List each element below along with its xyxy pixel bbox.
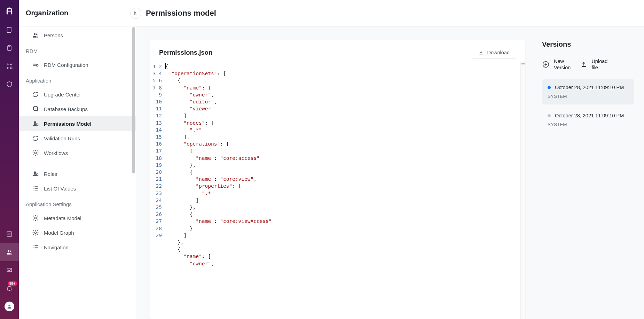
nav-lov[interactable]: List Of Values (19, 181, 136, 196)
icon-rail: 99+ (0, 0, 19, 319)
nav-validation-runs[interactable]: Validation Runs (19, 131, 136, 146)
collapse-sidebar-button[interactable] (130, 8, 141, 19)
nav-roles[interactable]: Roles (19, 166, 136, 181)
page-header: Permissions model (136, 0, 644, 26)
version-timestamp: October 28, 2021 11:09:10 PM (555, 113, 624, 118)
nav-permissions-model[interactable]: Permissions Model (19, 116, 136, 131)
svg-point-14 (33, 107, 38, 108)
nav-upgrade-center[interactable]: Upgrade Center (19, 87, 136, 102)
sidebar-scrollbar[interactable] (132, 27, 135, 173)
rail-nodes-icon[interactable] (0, 57, 19, 75)
version-list: October 28, 2021 11:09:10 PMSYSTEMOctobe… (542, 79, 634, 133)
svg-point-17 (34, 171, 36, 174)
svg-point-4 (7, 67, 8, 68)
rail-users-icon[interactable] (0, 243, 19, 261)
rail-book-icon[interactable] (0, 21, 19, 39)
version-item[interactable]: October 28, 2021 11:09:10 PMSYSTEM (542, 107, 634, 133)
rail-list-icon[interactable] (0, 225, 19, 243)
rail-clipboard-icon[interactable] (0, 39, 19, 57)
nav-navigation[interactable]: Navigation (19, 240, 136, 255)
code-content[interactable]: { "operationSets": [ { "name": [ "owner"… (165, 62, 520, 319)
new-version-button[interactable]: NewVersion (542, 58, 571, 71)
svg-rect-5 (10, 67, 12, 69)
svg-point-19 (35, 232, 37, 234)
rail-monitor-icon[interactable] (0, 261, 19, 279)
svg-point-11 (34, 33, 36, 35)
version-item[interactable]: October 28, 2021 11:09:10 PMSYSTEM (542, 79, 634, 104)
rail-shield-icon[interactable] (0, 75, 19, 93)
versions-title: Versions (542, 40, 634, 48)
nav-section-app: Application (19, 72, 136, 87)
status-dot (548, 114, 551, 117)
version-timestamp: October 28, 2021 11:09:10 PM (555, 85, 624, 90)
notification-badge: 99+ (8, 281, 17, 286)
logo[interactable] (0, 1, 19, 21)
svg-point-3 (10, 64, 11, 65)
nav-persons[interactable]: Persons (19, 28, 136, 42)
version-author: SYSTEM (548, 122, 629, 127)
avatar[interactable] (0, 297, 19, 316)
line-gutter: 1 2 3 4 5 6 7 8 9 10 11 12 13 14 15 16 1… (150, 62, 165, 319)
upload-icon (580, 61, 587, 68)
svg-point-13 (37, 64, 38, 66)
upload-file-button[interactable]: Uploadfile (580, 58, 607, 71)
version-author: SYSTEM (548, 94, 629, 99)
svg-point-8 (10, 250, 11, 252)
sidebar-title: Organization (26, 9, 68, 17)
svg-point-18 (35, 217, 37, 219)
status-dot (548, 86, 551, 89)
nav-rdm-config[interactable]: RDM Configuration (19, 57, 136, 72)
nav-db-backups[interactable]: Database Backups (19, 102, 136, 116)
nav-model-graph[interactable]: Model Graph (19, 225, 136, 240)
sidebar-content: Persons RDM RDM Configuration Applicatio… (19, 26, 136, 319)
nav-metadata-model[interactable]: Metadata Model (19, 211, 136, 225)
svg-point-15 (34, 121, 36, 124)
nav-section-rdm: RDM (19, 42, 136, 57)
download-button[interactable]: Download (472, 47, 517, 59)
svg-point-2 (7, 64, 8, 65)
svg-rect-9 (7, 268, 11, 272)
minimap[interactable] (520, 62, 525, 319)
download-icon (478, 50, 484, 55)
nav-section-settings: Application Settings (19, 196, 136, 211)
versions-panel: Versions NewVersion Uploadfile October 2… (542, 40, 634, 319)
svg-point-12 (36, 33, 37, 35)
page-title: Permissions model (146, 9, 216, 18)
svg-point-7 (8, 250, 9, 252)
sidebar-header: Organization (19, 0, 136, 26)
svg-point-10 (8, 305, 10, 306)
editor-filename: Permissions.json (159, 49, 212, 56)
editor-card: Permissions.json Download 1 2 3 4 5 6 7 … (150, 40, 525, 319)
main: Permissions model Permissions.json Downl… (136, 0, 644, 319)
plus-circle-icon (542, 61, 550, 68)
nav-workflows[interactable]: Workflows (19, 146, 136, 160)
code-editor[interactable]: 1 2 3 4 5 6 7 8 9 10 11 12 13 14 15 16 1… (150, 62, 525, 319)
svg-point-16 (35, 152, 37, 154)
rail-bell-icon[interactable]: 99+ (0, 279, 19, 297)
sidebar: Organization Persons RDM RDM Configurati… (19, 0, 136, 319)
